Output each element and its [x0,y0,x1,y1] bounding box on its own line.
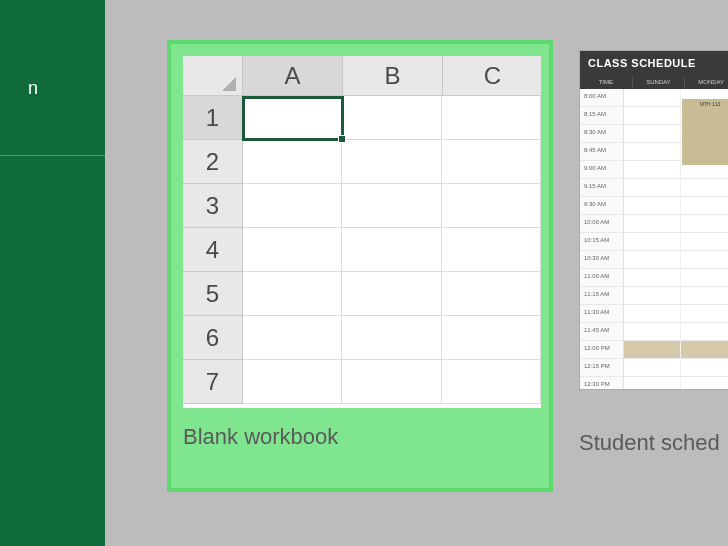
schedule-time: 10:15 AM [580,233,624,250]
blank-workbook-thumbnail: A B C 1 2 3 4 5 6 7 [183,56,541,408]
schedule-time: 10:00 AM [580,215,624,232]
row-header-3: 3 [183,184,243,228]
cell-grid [243,96,541,408]
schedule-time: 8:45 AM [580,143,624,160]
row-header-2: 2 [183,140,243,184]
schedule-time: 11:30 AM [580,305,624,322]
schedule-title: CLASS SCHEDULE [580,51,728,75]
schedule-time: 9:00 AM [580,161,624,178]
template-label-blank: Blank workbook [183,424,338,450]
fill-handle-icon [338,135,346,143]
template-gallery: A B C 1 2 3 4 5 6 7 Blank workbook [105,0,728,546]
row-header-4: 4 [183,228,243,272]
sidebar-nav-item[interactable]: n [28,78,38,99]
row-header-6: 6 [183,316,243,360]
schedule-time: 12:30 PM [580,377,624,390]
schedule-col-monday: MONDAY [685,77,728,87]
schedule-col-time: TIME [580,77,633,87]
app-sidebar: n [0,0,105,546]
column-header-a: A [243,56,343,96]
schedule-time: 12:00 PM [580,341,624,358]
column-header-c: C [443,56,541,96]
row-header-1: 1 [183,96,243,140]
schedule-time: 11:00 AM [580,269,624,286]
template-blank-workbook[interactable]: A B C 1 2 3 4 5 6 7 Blank workbook [167,40,553,492]
schedule-time: 8:30 AM [580,125,624,142]
schedule-time: 9:15 AM [580,179,624,196]
schedule-time: 8:15 AM [580,107,624,124]
schedule-col-sunday: SUNDAY [633,77,686,87]
select-all-corner [183,56,243,96]
schedule-time: 12:15 PM [580,359,624,376]
row-header-7: 7 [183,360,243,404]
schedule-time: 9:30 AM [580,197,624,214]
schedule-time: 10:30 AM [580,251,624,268]
active-cell-a1 [242,96,344,141]
schedule-time: 11:15 AM [580,287,624,304]
student-schedule-thumbnail: CLASS SCHEDULE TIME SUNDAY MONDAY 8:00 A… [579,50,728,390]
schedule-event: MTH 113 [682,99,728,165]
schedule-day-headers: TIME SUNDAY MONDAY [580,75,728,89]
column-header-b: B [343,56,443,96]
schedule-time: 11:45 AM [580,323,624,340]
template-label-student-schedule: Student sched [579,430,728,456]
row-header-5: 5 [183,272,243,316]
template-student-schedule[interactable]: CLASS SCHEDULE TIME SUNDAY MONDAY 8:00 A… [579,50,728,490]
sidebar-divider [0,155,105,156]
schedule-time: 8:00 AM [580,89,624,106]
